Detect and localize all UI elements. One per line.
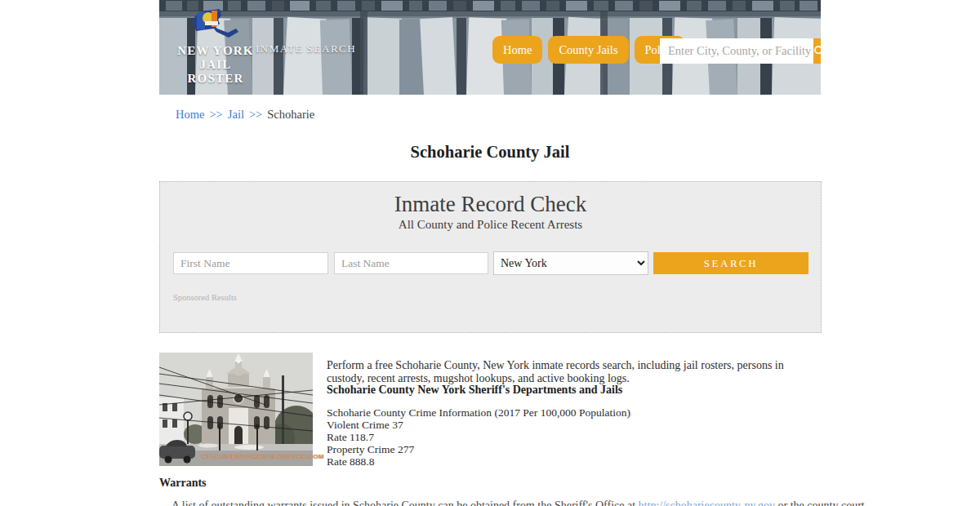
facility-search-button[interactable] [813,38,821,64]
crime-line: Rate 118.7 [327,431,822,443]
breadcrumb-separator: >> [209,108,222,121]
inmate-search-tagline: INMATE SEARCH [256,42,356,55]
breadcrumb-home-link[interactable]: Home [176,108,204,121]
breadcrumb-separator: >> [249,108,262,121]
facility-search [660,38,811,64]
sponsored-results-label: Sponsored Results [173,293,237,302]
nav-home[interactable]: Home [492,36,542,64]
main-nav: Home County Jails Police [492,36,685,64]
courthouse-photo-image [159,353,313,466]
logo-line2: JAIL ROSTER [171,58,261,86]
crime-line: Rate 888.8 [327,455,822,468]
record-check-title: Inmate Record Check [160,192,821,217]
warrants-heading: Warrants [159,477,207,490]
courthouse-photo: HTTP://NEWYORKJAILROSTER.COM [159,353,313,466]
facility-search-input[interactable] [660,38,813,64]
site-logo[interactable]: NEW YORK JAIL ROSTER [171,7,261,86]
page: NEW YORK JAIL ROSTER INMATE SEARCH Home … [0,0,980,506]
logo-line1: NEW YORK [171,44,261,58]
photo-watermark: HTTP://NEWYORKJAILROSTER.COM [202,453,324,460]
new-york-state-icon [189,7,243,44]
crime-line: Property Crime 277 [327,443,822,455]
crime-line: Schoharie County Crime Information (2017… [327,406,822,419]
warrants-link[interactable]: http://schohariecounty-ny.gov [639,499,775,506]
sheriff-departments-heading: Schoharie County New York Sheriff's Depa… [327,384,822,397]
nav-county-jails[interactable]: County Jails [548,36,628,64]
state-select[interactable]: New York [493,251,648,275]
first-name-input[interactable] [173,252,328,274]
record-check-subtitle: All County and Police Recent Arrests [160,218,821,232]
warrants-text-after: or the county court. [778,499,868,506]
inmate-record-check-panel: Inmate Record Check All County and Polic… [159,181,822,333]
site-header: NEW YORK JAIL ROSTER INMATE SEARCH Home … [159,0,821,95]
page-title: Schoharie County Jail [159,143,821,162]
last-name-input[interactable] [334,252,488,274]
crime-line: Violent Crime 37 [327,419,822,431]
crime-information-block: Schoharie County Crime Information (2017… [327,406,822,468]
warrants-clipped-text: A list of outstanding warrants issued in… [172,499,817,506]
warrants-text-before: A list of outstanding warrants issued in… [172,499,635,506]
breadcrumb-jail-link[interactable]: Jail [228,108,244,121]
magnifier-icon [813,45,821,57]
breadcrumb: Home>>Jail>>Schoharie [176,108,314,122]
intro-paragraph: Perform a free Schoharie County, New Yor… [327,359,822,384]
breadcrumb-current: Schoharie [267,108,314,121]
search-button[interactable]: SEARCH [653,252,808,274]
